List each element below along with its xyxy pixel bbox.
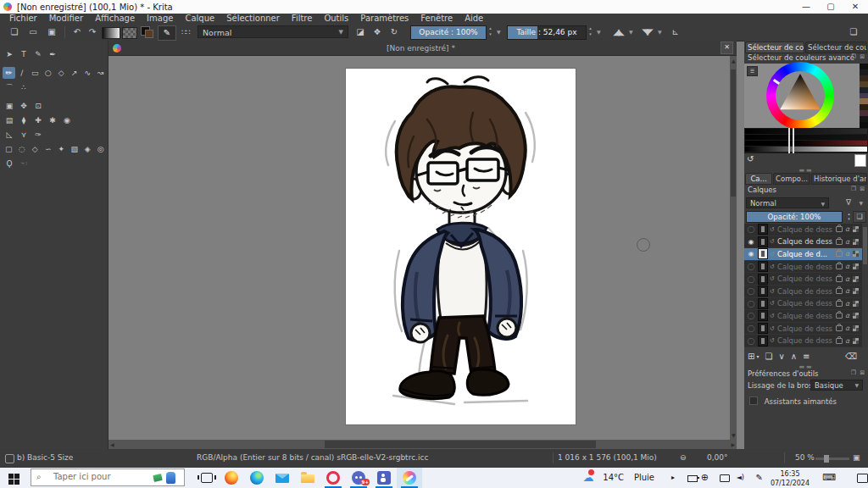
alpha-lock-icon[interactable]: α [845,312,853,319]
visibility-icon[interactable] [746,238,756,246]
menu-item[interactable]: Image [141,14,179,24]
minimize-button[interactable]: — [793,0,819,14]
background-color[interactable] [145,30,153,38]
open-icon[interactable]: ▭ [25,25,41,39]
visibility-icon[interactable] [746,263,756,270]
menu-item[interactable]: Fenêtre [415,14,459,24]
menu-item[interactable]: Aide [459,14,489,24]
foreground-background-colors[interactable] [141,26,153,38]
advanced-color-selector[interactable]: ☰ [744,64,868,128]
inherit-alpha-icon[interactable] [853,301,859,307]
brush-editor-button[interactable]: ✎ [158,25,176,41]
bezier-curve-tool[interactable]: ∿ [81,67,94,79]
color-sampler-tool[interactable]: ⧫ [17,114,31,126]
menu-item[interactable]: Modifier [43,14,89,24]
pen-icon[interactable]: ✎ [756,468,763,488]
scrollbar-thumb[interactable] [731,69,736,197]
alpha-lock-icon[interactable]: α [845,287,853,295]
layer-row[interactable]: Calque de dess... α [744,286,862,298]
delete-layer-button[interactable]: ⌫ [845,352,857,361]
chevron-down-icon[interactable]: ▾ [756,353,759,359]
strip-3[interactable] [745,141,867,146]
zoom-tool[interactable]: Ϙ [3,158,16,169]
undo-icon[interactable]: ↶ [70,25,85,39]
ellipse-select-tool[interactable]: ◌ [16,143,29,155]
color-slider-strips[interactable] [744,128,868,153]
visibility-icon[interactable] [746,250,756,258]
bezier-select-tool[interactable]: ◈ [81,143,94,155]
history-swatch[interactable] [860,104,868,110]
docker-float-icon[interactable]: ❐ ⊠ [851,186,865,192]
visibility-icon[interactable] [746,287,756,295]
chevron-down-icon[interactable]: ▼ [629,29,633,35]
move-tool[interactable]: ✥ [17,100,31,112]
visibility-icon[interactable] [746,337,756,345]
visibility-icon[interactable] [746,275,756,283]
mirror-vertical-icon[interactable]: ◥◤ [637,25,656,39]
contiguous-select-tool[interactable]: ▧ [69,143,81,155]
menu-item[interactable]: Fichier [3,14,43,24]
firefox-icon[interactable] [219,468,244,488]
tray-chevron-icon[interactable]: ▸ [671,468,675,488]
gradient-swatch[interactable] [102,27,120,39]
fill-tool[interactable]: ◉ [60,114,74,126]
lock-icon[interactable] [836,313,843,319]
smoothing-select[interactable]: ▼ Basique [810,380,863,391]
move-layer-up-button[interactable]: ∧ [791,352,797,361]
alpha-lock-icon[interactable]: α [845,337,853,345]
opacity-spinner[interactable]: ▴▾ [487,25,494,38]
rect-select-tool[interactable]: ▢ [3,143,15,155]
ellipse-tool[interactable]: ○ [42,67,55,79]
freehand-path-tool[interactable]: ↝ [95,67,108,79]
inherit-alpha-icon[interactable] [853,276,859,282]
layer-row[interactable]: Calque de dess... α [744,335,862,347]
inherit-alpha-icon[interactable] [853,263,859,269]
opacity-slider[interactable]: Opacité : 100% [410,25,487,40]
history-swatch[interactable] [860,116,868,122]
reset-color-icon[interactable]: ↺ [747,154,754,164]
close-button[interactable]: ✕ [843,0,868,14]
network-icon[interactable]: ⊕ [701,468,709,488]
history-swatch[interactable] [860,75,868,81]
search-input[interactable] [52,471,148,482]
menu-item[interactable]: Paramètres [354,14,415,24]
inherit-alpha-icon[interactable] [853,313,859,319]
assistants-checkbox[interactable] [749,396,758,405]
edge-icon[interactable] [244,468,270,488]
layer-row[interactable]: Calque de dess... α [744,298,862,311]
inherit-alpha-icon[interactable] [853,226,859,232]
layer-row[interactable]: Calque de dess... α [744,323,862,336]
scrollbar-thumb[interactable] [325,441,596,448]
krita-taskbar-icon[interactable] [397,468,422,488]
tab-layers[interactable]: Ca... [745,173,772,185]
inherit-alpha-icon[interactable] [853,338,859,344]
alpha-lock-icon[interactable]: α [845,275,853,283]
similar-select-tool[interactable]: ✦ [55,143,68,155]
edit-shapes-tool[interactable]: ✎ [31,48,45,60]
inherit-alpha-icon[interactable] [853,251,859,257]
preserve-alpha-icon[interactable]: ❖ [370,25,385,39]
redo-icon[interactable]: ↷ [85,25,100,39]
workspace-chooser-icon[interactable]: ❏ [846,25,861,39]
weather-icon[interactable]: ☁ [580,468,597,488]
layer-row[interactable]: Calque de d... α [744,248,862,261]
alpha-lock-icon[interactable]: α [845,263,853,270]
magnetic-select-tool[interactable]: ◎ [95,143,108,155]
inherit-alpha-icon[interactable] [853,239,859,245]
freehand-brush-tool[interactable]: ✏ [3,67,15,79]
scroll-left-icon[interactable]: ◀ [110,440,114,449]
layer-blending-select[interactable]: ▼ Normal [746,197,829,208]
layer-row[interactable]: Calque de dess... α [744,236,862,249]
menu-item[interactable]: Outils [318,14,354,24]
visibility-icon[interactable] [746,300,756,308]
select-shapes-tool[interactable]: ➤ [3,48,16,60]
rectangle-tool[interactable]: ▭ [29,67,42,79]
layer-row[interactable]: Calque de dess... α [744,224,862,236]
menu-item[interactable]: Filtre [286,14,319,24]
opera-icon[interactable] [320,468,346,488]
history-swatch[interactable] [860,110,868,116]
layer-row[interactable]: Calque de dess... α [744,261,862,274]
scroll-up-icon[interactable]: ▲ [732,56,736,65]
chevron-down-icon[interactable]: ▼ [859,200,863,206]
text-tool[interactable]: T [17,48,31,60]
